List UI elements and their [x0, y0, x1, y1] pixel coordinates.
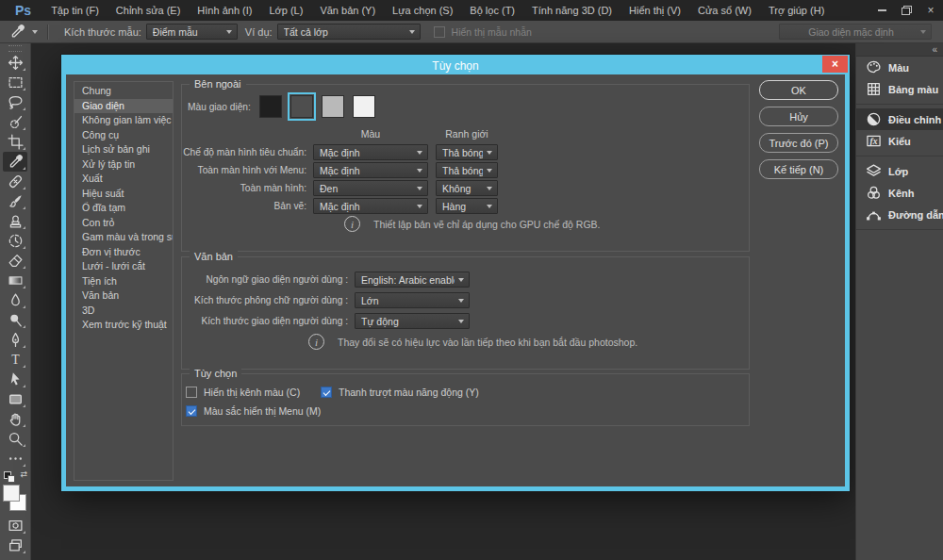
category-item[interactable]: Công cụ [74, 128, 173, 143]
minimize-button[interactable] [869, 0, 894, 21]
screen-mode-button[interactable] [3, 535, 27, 555]
collapse-panels-button[interactable]: « [932, 44, 937, 55]
zoom-tool[interactable] [3, 429, 27, 449]
swap-colors-icon[interactable]: ⇄ [20, 469, 27, 479]
brush-tool[interactable] [3, 191, 27, 211]
category-item[interactable]: 3D [74, 304, 173, 319]
border-select[interactable]: Không [436, 180, 498, 196]
option-checkbox[interactable]: Hiển thị kênh màu (C) [186, 387, 300, 398]
category-item[interactable]: Văn bản [74, 288, 173, 304]
panel-grip-icon[interactable] [8, 45, 22, 52]
dock-panel-adjustments[interactable]: Điều chỉnh [856, 108, 943, 130]
category-item[interactable]: Hiệu suất [74, 187, 173, 202]
menu-item[interactable]: Lớp (L) [260, 0, 311, 21]
cancel-button[interactable]: Hủy [759, 107, 838, 126]
eyedropper-tool[interactable] [3, 152, 27, 172]
dock-panel-channels[interactable]: Kênh [856, 182, 943, 204]
menu-item[interactable]: Chỉnh sửa (E) [108, 0, 190, 21]
category-item[interactable]: Không gian làm việc [74, 113, 173, 128]
category-item[interactable]: Gam màu và trong suốt [74, 230, 173, 245]
ok-button[interactable]: OK [759, 80, 838, 100]
border-select[interactable]: Thả bóng [436, 144, 498, 160]
menu-item[interactable]: Tập tin (F) [42, 0, 108, 21]
dock-panel-palette[interactable]: Màu [856, 57, 943, 78]
quick-selection-tool[interactable] [3, 112, 27, 132]
workspace-select[interactable]: Giao diện mặc định [779, 24, 932, 40]
channels-icon [865, 185, 882, 201]
option-checkbox[interactable]: Màu sắc hiển thị Menu (M) [186, 405, 321, 417]
type-tool[interactable]: T [3, 350, 27, 370]
example-select[interactable]: Tất cả lớp [277, 24, 421, 40]
restore-button[interactable] [894, 0, 918, 21]
quick-mask-button[interactable] [3, 516, 27, 535]
category-item[interactable]: Đơn vị thước [74, 245, 173, 260]
menu-item[interactable]: Hình ảnh (I) [189, 0, 260, 21]
text-setting-select[interactable]: Tự động [355, 313, 470, 329]
dock-panel-styles[interactable]: fxKiểu [856, 130, 943, 152]
menu-item[interactable]: Trợ giúp (H) [760, 0, 833, 21]
foreground-color[interactable] [3, 485, 20, 502]
crop-tool[interactable] [3, 132, 27, 152]
chevron-down-icon [920, 30, 926, 34]
category-item[interactable]: Giao diện [74, 99, 173, 114]
category-item[interactable]: Lưới - lưới cắt [74, 259, 173, 274]
more-tools[interactable] [3, 449, 27, 469]
history-brush-tool[interactable] [3, 231, 27, 251]
color-select[interactable]: Đen [313, 180, 428, 196]
marquee-tool[interactable] [3, 73, 27, 92]
category-item[interactable]: Xử lý tập tin [74, 157, 173, 173]
theme-swatch[interactable] [290, 95, 313, 118]
theme-swatch[interactable] [353, 95, 375, 118]
sample-size-select[interactable]: Điểm mẫu [146, 24, 238, 40]
path-selection-tool[interactable] [3, 370, 27, 389]
category-item[interactable]: Lịch sử bản ghi [74, 142, 173, 157]
clone-stamp-tool[interactable] [3, 211, 27, 231]
menu-item[interactable]: Lựa chọn (S) [384, 0, 461, 21]
category-item[interactable]: Xuất [74, 172, 173, 187]
theme-swatch[interactable] [322, 95, 344, 118]
hand-tool[interactable] [3, 409, 27, 429]
color-swatches[interactable]: ⇄ [3, 471, 27, 515]
text-setting-select[interactable]: English: Arabic enabled [355, 272, 470, 288]
next-button[interactable]: Kế tiếp (N) [759, 159, 838, 179]
menu-item[interactable]: Hiển thị (V) [620, 0, 689, 21]
dock-panel-paths[interactable]: Đường dẫn [856, 204, 943, 225]
healing-brush-tool[interactable] [3, 172, 27, 191]
show-sample-ring-checkbox[interactable]: Hiển thị mẫu nhẫn [434, 26, 532, 38]
menu-item[interactable]: Văn bản (Y) [311, 0, 384, 21]
option-checkbox[interactable]: Thanh trượt màu năng động (Y) [321, 387, 479, 398]
category-item[interactable]: Ổ đĩa tạm [74, 201, 173, 216]
category-item[interactable]: Con trỏ [74, 216, 173, 231]
menu-item[interactable]: Tính năng 3D (D) [523, 0, 620, 21]
dialog-close-button[interactable]: × [822, 56, 848, 73]
dialog-title: Tùy chọn [432, 59, 478, 73]
pen-tool[interactable] [3, 330, 27, 350]
dodge-tool[interactable] [3, 310, 27, 330]
current-tool-chip[interactable] [8, 24, 38, 40]
border-select[interactable]: Thả bóng [436, 162, 498, 178]
menu-item[interactable]: Cửa sổ (W) [689, 0, 760, 21]
category-item[interactable]: Xem trước kỹ thuật [74, 318, 173, 333]
theme-swatch[interactable] [259, 95, 282, 118]
section-legend: Bên ngoài [190, 78, 246, 90]
blur-tool[interactable] [3, 290, 27, 310]
dock-panel-layers[interactable]: Lớp [856, 160, 943, 182]
color-select[interactable]: Mặc định [313, 198, 428, 214]
dialog-titlebar[interactable]: Tùy chọn × [65, 59, 846, 74]
text-setting-select[interactable]: Lớn [355, 292, 470, 308]
shape-tool[interactable] [3, 389, 27, 409]
border-select[interactable]: Hàng [436, 198, 498, 214]
zoom-icon [7, 431, 24, 447]
dock-panel-swatch-grid[interactable]: Bảng màu [856, 78, 943, 100]
move-tool[interactable] [3, 53, 27, 73]
category-item[interactable]: Chung [74, 84, 173, 99]
close-window-button[interactable]: × [918, 0, 943, 21]
color-select[interactable]: Mặc định [313, 144, 428, 160]
eraser-tool[interactable] [3, 251, 27, 271]
color-select[interactable]: Mặc định [313, 162, 428, 178]
prev-button[interactable]: Trước đó (P) [759, 133, 838, 153]
category-item[interactable]: Tiện ích [74, 274, 173, 289]
gradient-tool[interactable] [3, 271, 27, 290]
menu-item[interactable]: Bộ lọc (T) [461, 0, 523, 21]
lasso-tool[interactable] [3, 92, 27, 112]
